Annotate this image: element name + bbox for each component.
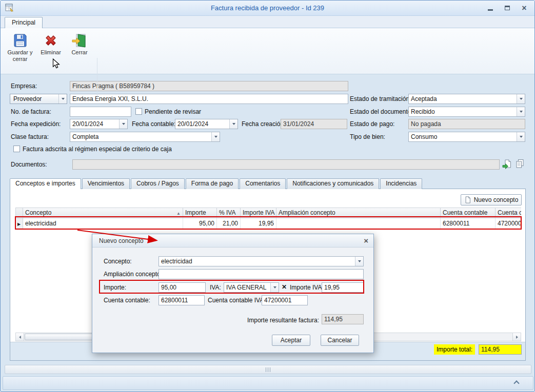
- chevron-down-icon[interactable]: [355, 257, 363, 266]
- copy-document-icon[interactable]: [515, 159, 525, 169]
- save-and-close-button[interactable]: Guardar y cerrar: [6, 31, 34, 72]
- close-icon: ×: [522, 5, 526, 12]
- proveedor-field[interactable]: [70, 94, 348, 104]
- grid-row-electricidad[interactable]: ▶ electricidad 95,00 21,00 19,95 6280001…: [15, 218, 521, 229]
- dlg-concepto-combobox[interactable]: electricidad: [158, 256, 364, 266]
- aceptar-button[interactable]: Aceptar: [272, 335, 310, 346]
- tipo-bien-dropdown[interactable]: Consumo: [408, 132, 525, 142]
- grid-cell-cuenta-contrapartida: 47200001: [496, 218, 521, 229]
- fecha-contable-datepicker[interactable]: 20/01/2024: [175, 119, 238, 129]
- grid-header-cuenta-contable[interactable]: Cuenta contable: [441, 208, 496, 218]
- chevron-down-icon[interactable]: [119, 119, 127, 129]
- dialog-close-button[interactable]: ×: [364, 236, 368, 245]
- dlg-iva-label: IVA:: [210, 282, 221, 293]
- expand-panel-button[interactable]: [512, 381, 521, 387]
- grid-cell-importe: 95,00: [183, 218, 217, 229]
- grid-header-cuenta-contrapartida[interactable]: Cuenta cor: [496, 208, 521, 218]
- chevron-down-icon[interactable]: [229, 119, 237, 129]
- grid-header-pct-iva[interactable]: % IVA: [217, 208, 241, 218]
- grip-icon: [270, 367, 270, 372]
- delete-button[interactable]: Eliminar: [36, 31, 65, 72]
- fecha-creacion-label: Fecha creación:: [242, 119, 285, 129]
- tab-notificaciones[interactable]: Notificaciones y comunicados: [287, 178, 379, 189]
- attach-document-icon[interactable]: [502, 159, 512, 169]
- dialog-titlebar[interactable]: Nuevo concepto ×: [92, 234, 373, 247]
- dlg-iva-value: IVA GENERAL: [226, 284, 269, 291]
- regimen-caja-label: Factura adscrita al régimen especial de …: [23, 144, 172, 154]
- grid-header-indicator: [15, 208, 23, 218]
- grid-header-concepto[interactable]: Concepto ▲: [23, 208, 183, 218]
- nuevo-concepto-label: Nuevo concepto: [474, 196, 519, 203]
- estado-documento-value: Recibido: [411, 108, 516, 115]
- no-factura-field[interactable]: [70, 107, 131, 117]
- tab-comentarios[interactable]: Comentarios: [240, 178, 286, 189]
- chevron-down-icon[interactable]: [517, 107, 525, 116]
- importe-total-label: Importe total:: [434, 344, 475, 355]
- scroll-right-button[interactable]: [512, 333, 521, 341]
- tab-incidencias[interactable]: Incidencias: [380, 178, 422, 189]
- close-button[interactable]: ×: [520, 4, 528, 12]
- nuevo-concepto-dialog: Nuevo concepto × Concepto: electricidad …: [92, 234, 374, 353]
- restore-button[interactable]: [503, 4, 511, 12]
- tab-cobros-pagos[interactable]: Cobros / Pagos: [131, 178, 185, 189]
- clase-factura-value: Completa: [72, 133, 210, 140]
- nuevo-concepto-button[interactable]: Nuevo concepto: [461, 194, 522, 205]
- restore-icon: [505, 6, 510, 10]
- delete-label: Eliminar: [36, 49, 65, 56]
- chevron-down-icon[interactable]: [211, 132, 220, 141]
- grid-cell-ampliacion: [276, 218, 441, 229]
- close-form-label: Cerrar: [65, 49, 94, 56]
- dlg-importe-iva-label: Importe IVA:: [290, 282, 324, 293]
- grid-header-importe[interactable]: Importe: [183, 208, 217, 218]
- form-horizontal-scrollbar[interactable]: [5, 365, 531, 374]
- chevron-down-icon[interactable]: [517, 94, 525, 104]
- grid-row-indicator-cell: ▶: [15, 218, 23, 229]
- dlg-cuenta-contable-iva-field[interactable]: [262, 295, 308, 305]
- dlg-cuenta-contable-field[interactable]: [158, 295, 205, 305]
- estado-documento-dropdown[interactable]: Recibido: [408, 107, 525, 117]
- tab-vencimientos[interactable]: Vencimientos: [82, 178, 130, 189]
- proveedor-lookup-button[interactable]: Proveedor: [10, 94, 67, 104]
- tipo-bien-value: Consumo: [411, 133, 516, 140]
- chevron-down-icon[interactable]: [58, 94, 67, 104]
- floppy-disk-icon: [12, 32, 28, 49]
- dlg-importe-field[interactable]: [158, 282, 206, 293]
- pendiente-revisar-checkbox[interactable]: [135, 108, 142, 115]
- dlg-iva-clear-button[interactable]: ✕: [282, 283, 287, 291]
- dlg-cuenta-contable-label: Cuenta contable:: [104, 295, 150, 305]
- save-and-close-label: Guardar y cerrar: [6, 49, 34, 63]
- dlg-importe-resultante-field: [322, 314, 364, 324]
- cancelar-button[interactable]: Cancelar: [321, 335, 359, 346]
- detail-tabstrip: Conceptos e importes Vencimientos Cobros…: [10, 178, 422, 189]
- row-indicator-icon: ▶: [17, 222, 21, 226]
- estado-documento-label: Estado del documento:: [350, 107, 413, 117]
- close-form-button[interactable]: Cerrar: [65, 31, 94, 72]
- empresa-field: [70, 81, 348, 91]
- dlg-concepto-value: electricidad: [161, 258, 354, 265]
- grid-header-ampliacion[interactable]: Ampliación concepto: [276, 208, 441, 218]
- regimen-caja-checkbox[interactable]: [13, 146, 20, 152]
- dlg-ampliacion-label: Ampliación concepto:: [104, 269, 162, 279]
- empresa-label: Empresa:: [11, 81, 37, 91]
- sort-ascending-icon: ▲: [176, 209, 181, 218]
- chevron-down-icon[interactable]: [270, 283, 279, 292]
- dlg-ampliacion-field[interactable]: [158, 269, 364, 279]
- arrow-left-icon: [19, 336, 21, 339]
- chevron-down-icon[interactable]: [517, 132, 525, 141]
- dlg-cuenta-contable-iva-label: Cuenta contable IVA:: [208, 295, 266, 305]
- dlg-importe-iva-field[interactable]: [322, 282, 364, 293]
- estado-tramitacion-dropdown[interactable]: Aceptada: [408, 94, 525, 104]
- clase-factura-dropdown[interactable]: Completa: [70, 132, 220, 142]
- proveedor-label: Proveedor: [13, 95, 42, 102]
- grid-header-importe-iva[interactable]: Importe IVA: [241, 208, 276, 218]
- dlg-iva-combobox[interactable]: IVA GENERAL: [224, 282, 279, 293]
- documentos-field: [72, 159, 500, 170]
- tab-conceptos-e-importes[interactable]: Conceptos e importes: [10, 178, 81, 189]
- tab-forma-de-pago[interactable]: Forma de pago: [186, 178, 239, 189]
- fecha-expedicion-datepicker[interactable]: 20/01/2024: [70, 119, 128, 129]
- minimize-icon: [488, 9, 493, 11]
- ribbon-tab-principal[interactable]: Principal: [5, 17, 43, 28]
- grid-cell-concepto: electricidad: [23, 218, 183, 229]
- minimize-button[interactable]: [486, 4, 494, 12]
- scroll-left-button[interactable]: [16, 333, 24, 341]
